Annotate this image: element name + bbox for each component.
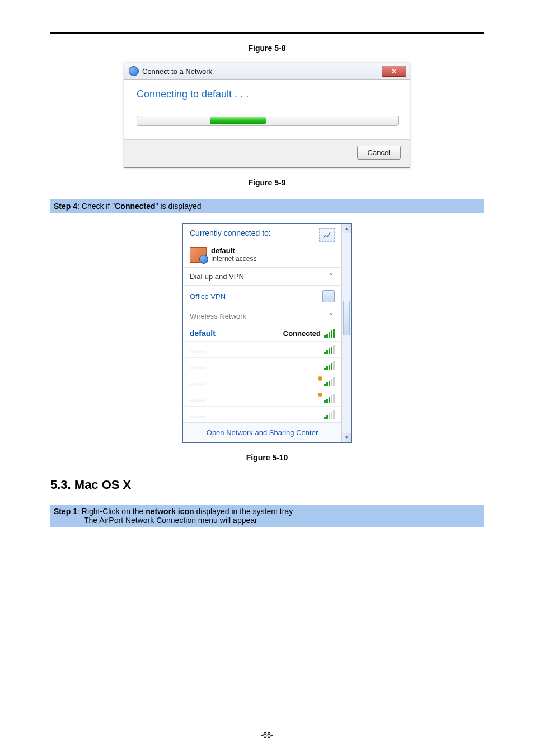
figure-caption-5-10: Figure 5-10 — [50, 453, 484, 462]
step1-line2: The AirPort Network Connection menu will… — [84, 516, 480, 525]
wifi-right — [324, 361, 335, 370]
page-number: -66- — [0, 731, 534, 739]
wifi-signal-icon — [318, 394, 335, 403]
close-button[interactable] — [382, 66, 406, 77]
network-connection-icon — [190, 247, 207, 263]
wifi-row[interactable]: …… — [183, 342, 341, 358]
connecting-text: Connecting to default . . . — [137, 88, 397, 100]
wifi-name: …… — [190, 394, 207, 403]
wifi-row[interactable]: …… — [183, 407, 341, 422]
wifi-row[interactable]: …… — [183, 358, 341, 374]
wifi-name: …… — [190, 361, 207, 370]
chevron-up-icon[interactable]: ˄ — [327, 312, 335, 320]
office-vpn-item[interactable]: Office VPN — [190, 292, 226, 301]
wifi-row[interactable]: …… — [183, 390, 341, 407]
open-network-sharing-link[interactable]: Open Network and Sharing Center — [207, 428, 318, 437]
horizontal-rule — [50, 32, 484, 34]
wifi-right: Connected — [283, 329, 335, 338]
network-flyout: Currently connected to: default Internet… — [182, 223, 352, 443]
wifi-signal-icon — [324, 410, 335, 419]
progress-chunk — [210, 117, 266, 124]
step1-banner: Step 1: Right-Click on the network icon … — [50, 505, 484, 527]
currently-connected-label: Currently connected to: — [190, 228, 271, 237]
connected-network-sub: Internet access — [211, 255, 256, 263]
wifi-right — [324, 410, 335, 419]
wifi-signal-icon — [324, 345, 335, 354]
step4-bold: Connected — [115, 202, 155, 211]
figure-caption-5-8: Figure 5-8 — [50, 44, 484, 53]
wifi-right — [318, 394, 335, 403]
wifi-right — [318, 377, 335, 386]
wifi-right — [324, 345, 335, 354]
wifi-name: …… — [190, 345, 207, 354]
step4-label: Step 4 — [54, 202, 77, 211]
step1-before: : Right-Click on the — [77, 507, 146, 516]
section-5-3-heading: 5.3. Mac OS X — [50, 478, 484, 492]
wifi-name: …… — [190, 377, 207, 386]
wifi-name: default — [190, 329, 216, 338]
wifi-signal-icon — [318, 377, 335, 386]
step4-after: " is displayed — [156, 202, 202, 211]
wifi-name: …… — [190, 410, 207, 419]
connect-dialog: Connect to a Network Connecting to defau… — [124, 63, 410, 168]
wifi-connected-label: Connected — [283, 329, 321, 338]
scroll-up-arrow-icon[interactable]: ▴ — [342, 224, 351, 233]
step1-after: displayed in the system tray — [194, 507, 293, 516]
globe-icon — [129, 66, 139, 76]
flyout-scrollbar[interactable]: ▴ ▾ — [341, 224, 351, 442]
wifi-signal-icon — [324, 361, 335, 370]
chevron-up-icon[interactable]: ˄ — [327, 273, 335, 281]
wifi-row[interactable]: …… — [183, 374, 341, 390]
wifi-list: defaultConnected………………………… — [183, 325, 341, 422]
cancel-button[interactable]: Cancel — [357, 146, 401, 160]
wifi-row[interactable]: defaultConnected — [183, 325, 341, 342]
step4-before: : Check if " — [77, 202, 115, 211]
dialog-titlebar: Connect to a Network — [124, 63, 410, 80]
close-icon — [391, 68, 397, 74]
connected-network-name: default — [211, 246, 256, 255]
step1-bold: network icon — [146, 507, 194, 516]
dialup-vpn-header: Dial-up and VPN — [190, 272, 244, 281]
step4-banner: Step 4: Check if "Connected" is displaye… — [50, 199, 484, 213]
scroll-thumb[interactable] — [343, 301, 350, 335]
dialog-title: Connect to a Network — [142, 67, 212, 76]
scroll-track[interactable] — [342, 233, 351, 433]
network-status-icon[interactable] — [319, 228, 335, 242]
wireless-network-header: Wireless Network — [190, 312, 246, 320]
scroll-down-arrow-icon[interactable]: ▾ — [342, 433, 351, 442]
progress-bar — [137, 116, 399, 126]
wifi-signal-icon — [324, 329, 335, 338]
step1-label: Step 1 — [54, 507, 77, 516]
vpn-icon — [322, 290, 335, 302]
figure-caption-5-9: Figure 5-9 — [50, 178, 484, 187]
